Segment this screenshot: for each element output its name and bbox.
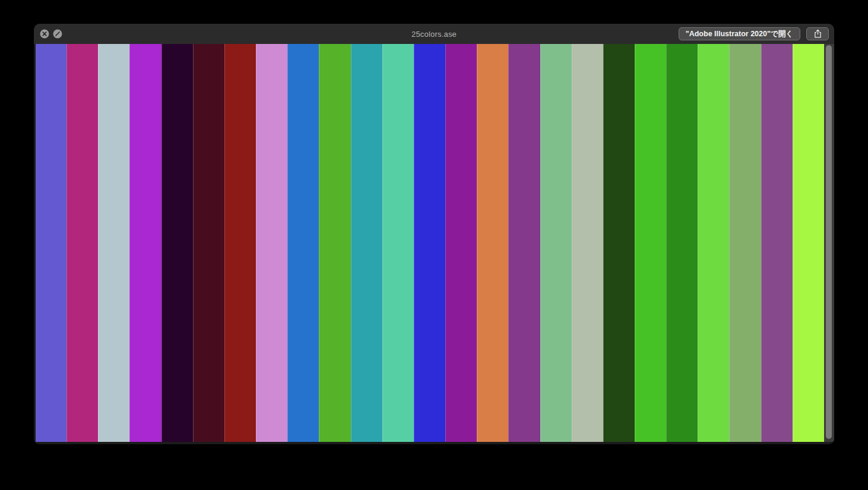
color-swatch bbox=[161, 44, 193, 442]
color-swatch bbox=[351, 44, 382, 442]
color-swatch bbox=[129, 44, 161, 442]
color-swatch bbox=[603, 44, 635, 442]
titlebar-actions: "Adobe Illustrator 2020"で開く bbox=[679, 27, 829, 40]
window-controls bbox=[40, 29, 62, 39]
scrollbar-track[interactable] bbox=[824, 44, 834, 442]
color-swatch bbox=[98, 44, 129, 442]
prohibit-button[interactable] bbox=[53, 29, 62, 39]
color-swatch bbox=[36, 44, 66, 442]
color-swatch bbox=[382, 44, 414, 442]
color-swatch bbox=[761, 44, 793, 442]
color-swatch bbox=[256, 44, 287, 442]
share-button[interactable] bbox=[806, 27, 829, 40]
swatch-strip bbox=[36, 44, 824, 442]
quicklook-window: 25colors.ase "Adobe Illustrator 2020"で開く bbox=[34, 24, 834, 444]
color-swatch bbox=[572, 44, 603, 442]
color-swatch bbox=[414, 44, 445, 442]
color-swatch bbox=[540, 44, 572, 442]
color-swatch bbox=[698, 44, 729, 442]
color-swatch bbox=[635, 44, 666, 442]
scrollbar-thumb[interactable] bbox=[826, 45, 832, 439]
preview-content bbox=[34, 44, 834, 442]
color-swatch bbox=[224, 44, 256, 442]
share-icon bbox=[813, 29, 822, 39]
titlebar: 25colors.ase "Adobe Illustrator 2020"で開く bbox=[34, 24, 834, 44]
open-with-illustrator-button[interactable]: "Adobe Illustrator 2020"で開く bbox=[679, 27, 800, 40]
close-button[interactable] bbox=[40, 29, 49, 39]
color-swatch bbox=[729, 44, 761, 442]
color-swatch bbox=[66, 44, 98, 442]
color-swatch bbox=[666, 44, 698, 442]
window-title: 25colors.ase bbox=[411, 30, 457, 39]
color-swatch bbox=[445, 44, 477, 442]
prohibit-circle-icon bbox=[53, 29, 62, 39]
color-swatch bbox=[793, 44, 824, 442]
color-swatch bbox=[508, 44, 540, 442]
close-circle-icon bbox=[40, 29, 49, 39]
color-swatch bbox=[193, 44, 224, 442]
color-swatch bbox=[477, 44, 508, 442]
color-swatch bbox=[319, 44, 350, 442]
color-swatch bbox=[287, 44, 319, 442]
